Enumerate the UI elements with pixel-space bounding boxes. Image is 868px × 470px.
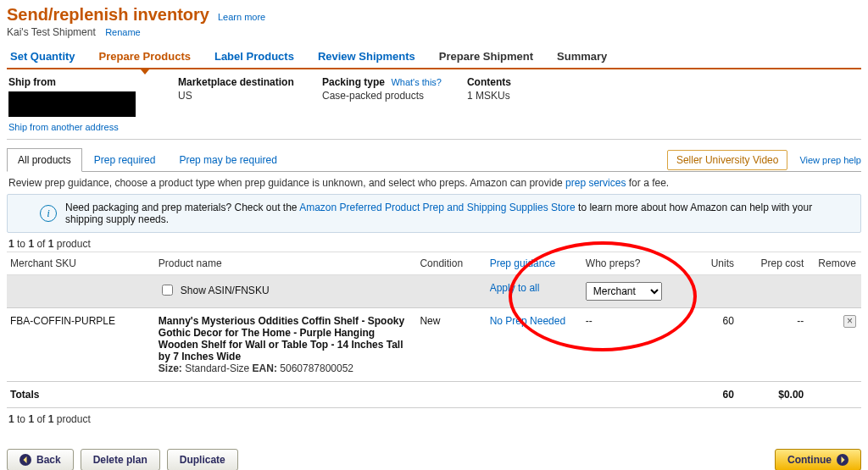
help-text: Review prep guidance, choose a product t… [8,177,860,189]
info-banner: i Need packaging and prep materials? Che… [7,194,861,233]
th-units: Units [678,252,739,275]
cell-prep-cost: -- [739,308,809,382]
duplicate-button[interactable]: Duplicate [167,449,238,470]
marketplace-value: US [178,90,297,102]
arrow-left-icon [19,454,31,466]
ship-from-label: Ship from [8,76,153,88]
banner-prefix: Need packaging and prep materials? Check… [65,202,299,213]
totals-units: 60 [678,382,739,408]
show-asin-label: Show ASIN/FNSKU [181,285,270,296]
prep-services-link[interactable]: prep services [565,177,626,189]
marketplace-label: Marketplace destination [178,76,297,88]
tab-review-shipments[interactable]: Review Shipments [316,45,417,68]
contents-label: Contents [467,76,586,88]
apply-to-all-link[interactable]: Apply to all [490,282,540,294]
tab-prepare-shipment: Prepare Shipment [437,45,535,68]
seller-university-button[interactable]: Seller University Video [667,150,788,170]
th-product-name: Product name [155,252,417,275]
continue-button[interactable]: Continue [775,449,861,470]
info-icon: i [40,205,57,222]
who-preps-select[interactable]: Merchant Amazon [586,282,662,301]
subtab-prep-maybe[interactable]: Prep may be required [167,149,288,171]
th-sku: Merchant SKU [7,252,155,275]
ship-from-another-link[interactable]: Ship from another address [8,122,153,132]
help-text-prefix: Review prep guidance, choose a product t… [8,177,565,189]
th-condition: Condition [416,252,486,275]
page-title: Send/replenish inventory [7,5,209,25]
subtab-all-products[interactable]: All products [7,148,82,172]
pager-bottom: 1 to 1 of 1 product [8,413,860,425]
help-text-suffix: for a fee. [626,177,669,189]
packing-label: Packing type [322,76,385,88]
continue-label: Continue [787,454,832,466]
th-prep-guidance[interactable]: Prep guidance [487,252,582,275]
back-button[interactable]: Back [7,449,74,470]
show-asin-input[interactable] [162,285,173,296]
size-label: Size: [159,362,182,374]
remove-row-button[interactable]: × [843,315,856,328]
delete-plan-button[interactable]: Delete plan [81,449,160,470]
ean-value: 5060787800052 [280,362,353,374]
th-remove: Remove [809,252,861,275]
tab-summary: Summary [555,45,609,68]
view-prep-help-link[interactable]: View prep help [799,155,861,165]
supplies-store-link[interactable]: Amazon Preferred Product Prep and Shippi… [299,202,576,213]
tab-set-quantity[interactable]: Set Quantity [8,45,77,68]
delete-plan-label: Delete plan [93,454,147,466]
back-button-label: Back [36,454,61,466]
subtab-prep-required[interactable]: Prep required [82,149,168,171]
tab-label-products[interactable]: Label Products [213,45,296,68]
cell-product-name: Manny's Mysterious Oddities Coffin Shelf… [159,315,412,362]
rename-link[interactable]: Rename [105,27,141,37]
totals-label: Totals [7,382,155,408]
duplicate-label: Duplicate [180,454,225,466]
packing-whats-this-link[interactable]: What's this? [391,77,442,87]
packing-value: Case-packed products [322,90,442,102]
size-value: Standard-Size [185,362,249,374]
cell-condition: New [416,308,486,382]
ship-from-redacted [8,91,136,117]
table-row: FBA-COFFIN-PURPLE Manny's Mysterious Odd… [7,308,861,382]
show-asin-checkbox[interactable]: Show ASIN/FNSKU [159,282,412,298]
ean-label: EAN: [253,362,277,374]
pager-top: 1 to 1 of 1 product [8,238,860,250]
totals-prep-cost: $0.00 [739,382,809,408]
cell-sku: FBA-COFFIN-PURPLE [7,308,155,382]
cell-prep-guidance[interactable]: No Prep Needed [490,315,565,327]
cell-who-preps: -- [582,308,678,382]
contents-value: 1 MSKUs [467,90,586,102]
th-who-preps: Who preps? [582,252,678,275]
cell-units: 60 [678,308,739,382]
shipment-name: Kai's Test Shipment [7,26,96,38]
th-prep-cost: Prep cost [739,252,809,275]
arrow-right-icon [837,454,849,466]
tab-prepare-products[interactable]: Prepare Products [97,45,192,68]
learn-more-link[interactable]: Learn more [218,12,265,22]
